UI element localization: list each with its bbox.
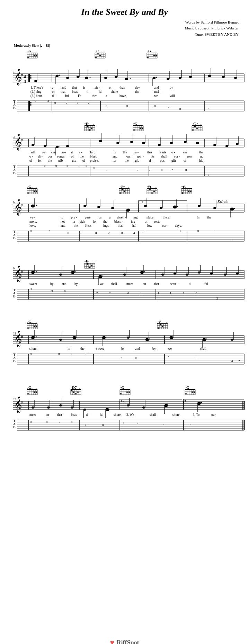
svg-point-47 (155, 55, 157, 56)
svg-text:x: x (197, 123, 198, 125)
svg-point-526 (161, 274, 164, 276)
svg-point-64 (30, 77, 32, 79)
svg-text:0: 0 (71, 420, 73, 424)
refrain-label: Refrain (217, 199, 229, 203)
svg-text:2: 2 (48, 229, 50, 233)
svg-text:4: 4 (133, 231, 135, 235)
svg-point-734 (192, 392, 193, 393)
svg-text:ful: ful (100, 413, 104, 417)
svg-text:spir -: spir - (137, 155, 144, 158)
measure-num-15: 15 (13, 398, 16, 401)
svg-point-352 (122, 189, 123, 190)
svg-text:ful: ful (99, 90, 103, 93)
svg-text:2: 2 (106, 103, 107, 107)
svg-text:4: 4 (24, 74, 26, 79)
svg-point-92 (179, 77, 181, 79)
svg-text:x: x (160, 321, 161, 323)
svg-point-608 (158, 328, 159, 329)
svg-text:o: o (201, 124, 202, 125)
lyrics-system5: shore; in the sweet by and by, we shall (29, 347, 206, 350)
svg-point-606 (160, 324, 161, 325)
svg-point-402 (97, 206, 100, 208)
svg-text:0: 0 (190, 423, 192, 427)
svg-point-70 (59, 75, 60, 76)
svg-point-630 (127, 337, 130, 339)
svg-point-190 (133, 129, 135, 131)
svg-text:0: 0 (64, 289, 66, 293)
svg-point-229 (99, 140, 102, 142)
svg-text:2: 2 (208, 106, 210, 110)
svg-point-415 (173, 206, 177, 208)
svg-text:0: 0 (35, 99, 36, 102)
svg-point-87 (153, 77, 155, 79)
tune-credit: Tune: SWEET BY AND BY (10, 32, 239, 36)
svg-text:B: B (13, 359, 16, 363)
svg-text:sweet: sweet (96, 347, 104, 350)
svg-point-334 (27, 193, 29, 194)
svg-point-640 (231, 339, 233, 341)
svg-text:his: his (199, 159, 203, 162)
svg-text:sor -: sor - (174, 155, 180, 158)
svg-text:ti -: ti - (87, 90, 90, 93)
svg-text:1: 1 (170, 292, 171, 295)
svg-text:the: the (123, 151, 127, 154)
svg-point-77 (90, 77, 91, 78)
svg-text:of: of (145, 220, 148, 223)
svg-text:of: of (71, 155, 74, 158)
svg-text:2: 2 (88, 101, 90, 105)
svg-text:sweet: sweet (29, 282, 37, 286)
svg-text:0: 0 (68, 231, 69, 235)
svg-text:for: for (113, 159, 117, 162)
svg-point-205 (196, 128, 198, 129)
svg-point-81 (115, 76, 117, 78)
svg-text:way,: way, (29, 216, 36, 219)
svg-point-336 (36, 191, 37, 192)
svg-text:ute: ute (72, 159, 76, 162)
svg-text:B: B (13, 425, 16, 429)
svg-text:0: 0 (196, 292, 197, 295)
svg-point-759 (59, 404, 62, 406)
svg-text:0: 0 (55, 164, 57, 168)
svg-text:on: on (52, 90, 55, 93)
svg-point-413 (160, 207, 162, 209)
svg-text:o: o (36, 387, 37, 389)
svg-text:0: 0 (99, 354, 100, 358)
svg-point-686 (34, 392, 35, 393)
svg-text:rest.: rest. (154, 220, 160, 223)
svg-point-685 (27, 393, 29, 395)
svg-text:o: o (36, 322, 37, 323)
svg-text:more,: more, (29, 220, 37, 223)
svg-point-222 (44, 145, 46, 147)
svg-text:B: B (13, 106, 16, 110)
svg-text:2: 2 (109, 292, 111, 295)
svg-text:for: for (93, 220, 97, 223)
svg-text:is: is (83, 86, 86, 89)
svg-point-204 (194, 126, 196, 127)
svg-text:on: on (143, 282, 146, 286)
svg-text:1.2.: 1.2. (139, 200, 144, 204)
svg-text:low: low (147, 224, 152, 227)
svg-text:0: 0 (30, 229, 32, 233)
svg-point-71 (66, 77, 69, 79)
lyrics-system1: 1. There's a land that is fair - er than… (30, 86, 175, 98)
svg-point-101 (234, 77, 237, 79)
svg-text:for: for (113, 151, 117, 154)
svg-text:trib -: trib - (58, 159, 65, 162)
svg-text:we: we (42, 151, 45, 154)
svg-text:0: 0 (197, 229, 199, 233)
svg-text:0: 0 (135, 356, 137, 360)
svg-point-83 (125, 78, 128, 80)
tab-system5: T A B 0 0 1 3 0 2 0 2 (13, 352, 244, 364)
svg-point-89 (156, 77, 157, 78)
svg-text:than: than (119, 86, 125, 89)
svg-text:that: that (72, 86, 77, 89)
svg-point-335 (34, 191, 35, 192)
svg-text:fer: fer (38, 159, 42, 162)
chord-diagram-d-s3: xxx o (147, 186, 157, 194)
riffspot-wordmark: RiffSpot (117, 639, 139, 644)
svg-text:can: can (51, 151, 56, 154)
tab-system1: T A B 0 (13, 99, 244, 111)
svg-text:day,: day, (135, 86, 140, 89)
svg-text:bless -: bless - (85, 224, 94, 227)
svg-text:beau -: beau - (72, 90, 80, 93)
